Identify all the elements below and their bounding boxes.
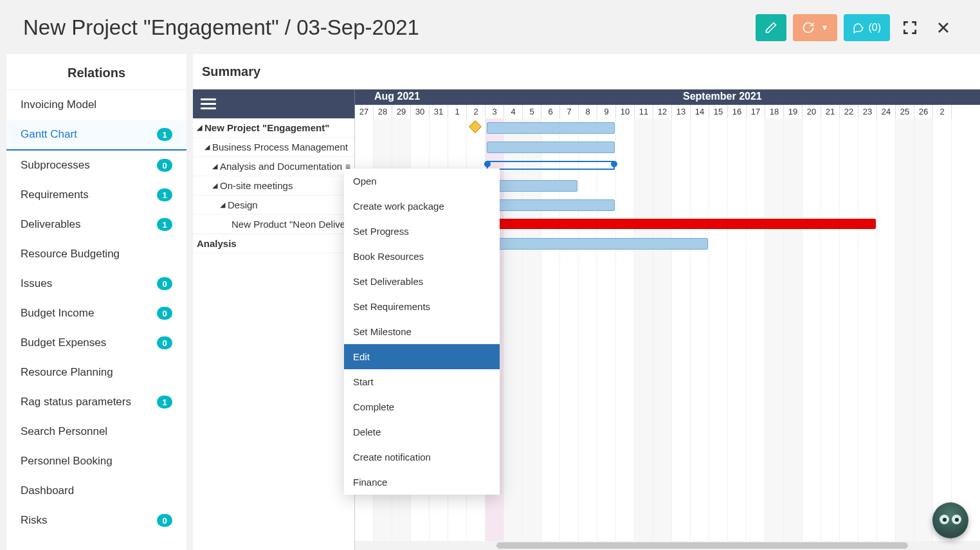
fullscreen-button[interactable] (896, 14, 923, 41)
sidebar-item-gantt-chart[interactable]: Gantt Chart1 (6, 120, 186, 151)
expand-icon[interactable]: ◢ (212, 162, 217, 170)
day-header-cell: 17 (747, 105, 765, 118)
day-header-cell: 7 (560, 105, 579, 118)
sidebar-item-label: Personnel Booking (21, 455, 113, 468)
gantt-task-label: New Product "Neon Delive... (231, 219, 354, 230)
gantt-bar[interactable] (487, 219, 876, 229)
day-header-cell: 28 (374, 105, 392, 118)
comments-button[interactable]: (0) (844, 14, 890, 41)
gantt-task-row[interactable]: Analysis (193, 234, 354, 253)
gantt-task-column: ◢New Project "Engagement"◢Business Proce… (193, 118, 355, 550)
sidebar-item-label: Budget Expenses (21, 336, 106, 349)
sidebar-item-label: Resource Planning (21, 366, 113, 379)
gantt-bar[interactable] (487, 142, 615, 153)
gantt-bar[interactable] (487, 238, 708, 250)
expand-icon[interactable]: ◢ (220, 201, 225, 209)
gantt-task-row[interactable]: ◢Analysis and Documentation≡ (193, 157, 354, 176)
sidebar-item-budget-expenses[interactable]: Budget Expenses0 (6, 328, 186, 358)
gantt-menu-button[interactable] (201, 98, 216, 109)
edit-button[interactable] (756, 14, 786, 41)
context-menu-item-create-work-package[interactable]: Create work package (344, 194, 500, 219)
context-menu-item-set-requirements[interactable]: Set Requirements (344, 294, 500, 319)
gantt-bar[interactable] (487, 180, 577, 192)
day-header-cell: 9 (597, 105, 616, 118)
day-header-cell: 3 (485, 105, 504, 118)
sidebar-item-dashboard[interactable]: Dashboard (6, 476, 186, 506)
sidebar-item-search-personnel[interactable]: Search Personnel (6, 417, 186, 446)
context-menu-item-edit[interactable]: Edit (344, 344, 500, 369)
refresh-icon (802, 21, 815, 34)
day-header-cell: 5 (523, 105, 541, 118)
context-menu-item-open[interactable]: Open (344, 169, 500, 194)
gantt-bar[interactable] (487, 199, 615, 211)
pencil-icon (765, 21, 777, 34)
context-menu-item-delete[interactable]: Delete (344, 419, 500, 445)
context-menu-item-set-milestone[interactable]: Set Milestone (344, 319, 500, 344)
sidebar-badge: 0 (157, 277, 172, 290)
sidebar-item-deliverables[interactable]: Deliverables1 (6, 210, 186, 239)
main-title: Summary (193, 54, 980, 89)
context-menu-item-start[interactable]: Start (344, 369, 500, 394)
sidebar-item-label: Dashboard (21, 484, 74, 497)
context-menu-item-book-resources[interactable]: Book Resources (344, 244, 500, 269)
task-context-menu: OpenCreate work packageSet ProgressBook … (344, 169, 500, 495)
page-title: New Project "Engagement" / 03-Sep-2021 (23, 15, 419, 40)
gantt-horizontal-scrollbar[interactable] (355, 541, 980, 550)
context-menu-item-set-progress[interactable]: Set Progress (344, 219, 500, 244)
day-header-cell: 25 (896, 105, 914, 118)
day-header-cell: 27 (355, 105, 374, 118)
day-header-cell: 20 (803, 105, 821, 118)
day-header-cell: 29 (392, 105, 411, 118)
assistant-avatar[interactable] (932, 502, 968, 538)
sidebar-item-rag-status-parameters[interactable]: Rag status parameters1 (6, 387, 186, 417)
gantt-task-row[interactable]: ◢On-site meetings (193, 176, 354, 196)
sidebar-item-label: Gantt Chart (21, 128, 77, 141)
sidebar-item-label: Budget Income (21, 307, 94, 320)
gantt-day-header: 2728293031123456789101112131415161718192… (355, 105, 980, 118)
gantt-task-label: On-site meetings (220, 180, 293, 191)
gantt-task-row[interactable]: ◢New Project "Engagement" (193, 118, 354, 138)
expand-icon[interactable]: ◢ (197, 124, 202, 132)
day-header-cell: 21 (821, 105, 840, 118)
fullscreen-icon (902, 19, 918, 36)
gantt-bar[interactable] (487, 161, 615, 170)
day-header-cell: 2 (933, 105, 952, 118)
sidebar-item-invoicing-model[interactable]: Invoicing Model (6, 90, 186, 120)
sidebar-item-personnel-booking[interactable]: Personnel Booking (6, 446, 186, 476)
gantt-bar[interactable] (487, 122, 615, 134)
day-header-cell: 2 (467, 105, 485, 118)
main-panel: Summary Aug 2021September 2021 272829303… (193, 54, 980, 550)
context-menu-item-complete[interactable]: Complete (344, 394, 500, 419)
context-menu-item-create-notification[interactable]: Create notification (344, 445, 500, 470)
sidebar-badge: 1 (157, 128, 172, 141)
sidebar-item-label: Subprocesses (21, 159, 90, 172)
workflow-button[interactable]: ▼ (793, 14, 838, 41)
sidebar-item-issues[interactable]: Issues0 (6, 269, 186, 298)
close-button[interactable] (930, 14, 957, 41)
sidebar-badge: 0 (157, 307, 172, 320)
sidebar-item-label: Rag status parameters (21, 396, 131, 408)
context-menu-item-finance[interactable]: Finance (344, 470, 500, 495)
gantt-task-row[interactable]: ◢Design (193, 196, 354, 215)
sidebar-badge: 1 (157, 218, 172, 231)
sidebar-badge: 1 (157, 396, 172, 408)
sidebar-item-label: Invoicing Model (21, 98, 96, 111)
day-header-cell: 24 (877, 105, 896, 118)
sidebar-item-requirements[interactable]: Requirements1 (6, 180, 186, 210)
expand-icon[interactable]: ◢ (204, 143, 210, 151)
sidebar-item-subprocesses[interactable]: Subprocesses0 (6, 151, 186, 180)
gantt-task-row[interactable]: New Product "Neon Delive... (193, 215, 354, 234)
gantt-task-label: New Project "Engagement" (204, 122, 329, 133)
sidebar-item-budget-income[interactable]: Budget Income0 (6, 298, 186, 328)
sidebar-item-resource-planning[interactable]: Resource Planning (6, 358, 186, 387)
gantt-task-row[interactable]: ◢Business Process Management (193, 138, 354, 157)
sidebar-item-resource-budgeting[interactable]: Resource Budgeting (6, 239, 186, 269)
day-header-cell: 18 (765, 105, 784, 118)
day-header-cell: 22 (840, 105, 858, 118)
sidebar-item-label: Risks (21, 514, 48, 527)
expand-icon[interactable]: ◢ (212, 181, 217, 190)
day-header-cell: 31 (430, 105, 448, 118)
sidebar-item-label: Search Personnel (21, 425, 107, 438)
context-menu-item-set-deliverables[interactable]: Set Deliverables (344, 269, 500, 294)
sidebar-item-risks[interactable]: Risks0 (6, 506, 186, 535)
